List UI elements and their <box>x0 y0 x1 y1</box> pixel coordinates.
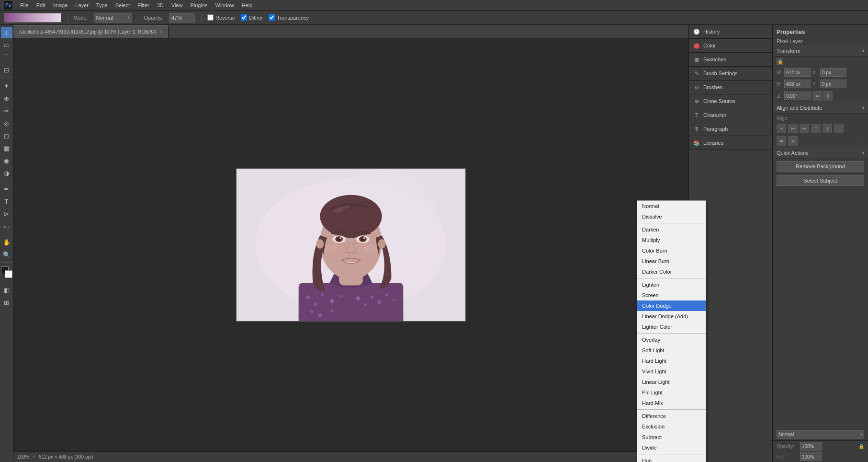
menu-layer[interactable]: Layer <box>75 2 89 8</box>
panel-swatches[interactable]: ▦ Swatches <box>689 53 772 67</box>
tool-pen[interactable]: ✒ <box>1 183 12 195</box>
blend-color-burn[interactable]: Color Burn <box>637 245 706 256</box>
x-input[interactable] <box>820 68 846 77</box>
flip-v-btn[interactable]: ⇕ <box>823 91 833 101</box>
align-center-h-btn[interactable]: ⊢ <box>788 124 798 133</box>
menu-plugins[interactable]: Plugins <box>190 2 207 8</box>
transform-header[interactable]: Transform ▾ <box>773 45 868 57</box>
flip-h-btn[interactable]: ⇔ <box>812 91 822 101</box>
blend-linear-dodge[interactable]: Linear Dodge (Add) <box>637 311 706 322</box>
menu-3d[interactable]: 3D <box>157 2 164 8</box>
opacity-input[interactable] <box>169 13 195 23</box>
canvas-wrapper[interactable] <box>13 38 688 451</box>
panel-history[interactable]: 🕐 History <box>689 25 772 39</box>
tool-eraser[interactable]: ◻ <box>1 130 12 141</box>
blend-subtract[interactable]: Subtract <box>637 432 706 442</box>
canvas-image[interactable] <box>236 168 466 322</box>
blend-mode-dropdown[interactable]: Normal Dissolve Darken Multiply Color Bu… <box>637 200 706 462</box>
tool-hand[interactable]: ✋ <box>1 236 12 248</box>
align-right-btn[interactable]: ⊢ <box>800 124 809 133</box>
tool-dodge[interactable]: ◑ <box>1 167 12 179</box>
panel-brushes[interactable]: ⊘ Brushes <box>689 81 772 94</box>
menu-help[interactable]: Help <box>242 2 253 8</box>
blend-screen[interactable]: Screen <box>637 290 706 300</box>
blend-linear-burn[interactable]: Linear Burn <box>637 256 706 266</box>
layer-opacity-input[interactable] <box>800 442 822 450</box>
blend-overlay[interactable]: Overlay <box>637 335 706 345</box>
tool-zoom[interactable]: 🔍 <box>1 249 12 260</box>
menu-file[interactable]: File <box>20 2 29 8</box>
menu-view[interactable]: View <box>171 2 183 8</box>
blend-pin-light[interactable]: Pin Light <box>637 387 706 398</box>
panel-clone-source[interactable]: ⊕ Clone Source <box>689 94 772 108</box>
transparency-checkbox[interactable] <box>269 14 275 21</box>
reverse-checkbox[interactable] <box>207 14 214 21</box>
tool-marquee[interactable]: ▭ <box>1 39 12 51</box>
blend-color-dodge[interactable]: Color Dodge <box>637 300 706 311</box>
panel-paragraph[interactable]: ¶ Paragraph <box>689 122 772 136</box>
tool-shape[interactable]: ▭ <box>1 220 12 232</box>
reverse-checkbox-container[interactable]: Reverse <box>207 14 235 21</box>
h-input[interactable] <box>784 80 811 88</box>
tool-brush[interactable]: ✏ <box>1 105 12 116</box>
menu-edit[interactable]: Edit <box>36 2 45 8</box>
align-top-btn[interactable]: ⊤ <box>811 124 821 133</box>
blend-dissolve[interactable]: Dissolve <box>637 211 706 222</box>
blend-exclusion[interactable]: Exclusion <box>637 421 706 432</box>
tool-quick-mask[interactable]: ◧ <box>1 284 12 296</box>
blend-vivid-light[interactable]: Vivid Light <box>637 366 706 377</box>
dist-v-btn[interactable]: ⇻ <box>788 136 798 146</box>
blend-darker-color[interactable]: Darker Color <box>637 266 706 277</box>
tab-close-btn[interactable]: × <box>159 29 162 35</box>
align-distribute-header[interactable]: Align and Distribute ▾ <box>773 102 868 114</box>
tool-eyedropper[interactable]: ✦ <box>1 80 12 92</box>
lock-icon[interactable]: 🔒 <box>777 58 783 65</box>
tool-move[interactable]: ⊹ <box>1 27 12 38</box>
blend-hard-mix[interactable]: Hard Mix <box>637 398 706 408</box>
menu-image[interactable]: Image <box>53 2 68 8</box>
menu-filter[interactable]: Filter <box>137 2 149 8</box>
y-input[interactable] <box>820 80 846 88</box>
tool-healing[interactable]: ⊕ <box>1 92 12 104</box>
tool-colors[interactable] <box>1 266 12 278</box>
blend-divide[interactable]: Divide <box>637 442 706 453</box>
background-color[interactable] <box>5 270 12 278</box>
dist-h-btn[interactable]: ⇼ <box>777 136 786 146</box>
tool-clone[interactable]: ⊘ <box>1 117 12 129</box>
panel-libraries[interactable]: 📚 Libraries <box>689 136 772 150</box>
quick-actions-header[interactable]: Quick Actions ▾ <box>773 147 868 159</box>
transparency-checkbox-container[interactable]: Transparency <box>269 14 309 21</box>
align-center-v-btn[interactable]: ⊥ <box>823 124 832 133</box>
tool-blur[interactable]: ◉ <box>1 155 12 166</box>
dither-checkbox[interactable] <box>241 14 247 21</box>
panel-character[interactable]: T Character <box>689 108 772 122</box>
remove-bg-btn[interactable]: Remove Background <box>777 161 864 172</box>
dither-checkbox-container[interactable]: Dither <box>241 14 263 21</box>
document-tab[interactable]: istockphoto-465479132-612x612.jpg @ 100%… <box>13 25 169 38</box>
blend-soft-light[interactable]: Soft Light <box>637 345 706 356</box>
blend-mode-select[interactable]: Normal ▾ <box>777 430 864 439</box>
gradient-preview[interactable] <box>4 13 61 23</box>
panel-color[interactable]: ⬤ Color <box>689 39 772 53</box>
menu-type[interactable]: Type <box>96 2 108 8</box>
tool-gradient[interactable]: ▦ <box>1 142 12 154</box>
blend-linear-light[interactable]: Linear Light <box>637 377 706 387</box>
align-left-btn[interactable]: ⊣ <box>777 124 786 133</box>
angle-input[interactable] <box>784 92 811 100</box>
menu-window[interactable]: Window <box>215 2 234 8</box>
w-input[interactable] <box>784 68 811 77</box>
menu-select[interactable]: Select <box>115 2 130 8</box>
tool-text[interactable]: T <box>1 196 12 207</box>
blend-hard-light[interactable]: Hard Light <box>637 356 706 366</box>
tool-screen-mode[interactable]: ⊞ <box>1 297 12 308</box>
tool-lasso[interactable]: ⌒ <box>1 52 12 63</box>
blend-difference[interactable]: Difference <box>637 411 706 421</box>
blend-multiply[interactable]: Multiply <box>637 235 706 245</box>
tool-crop[interactable]: ⊡ <box>1 64 12 76</box>
align-bottom-btn[interactable]: ⊥ <box>834 124 844 133</box>
blend-hue[interactable]: Hue <box>637 455 706 462</box>
blend-normal[interactable]: Normal <box>637 201 706 211</box>
panel-brush-settings[interactable]: ✎ Brush Settings <box>689 67 772 81</box>
blend-darken[interactable]: Darken <box>637 224 706 235</box>
mode-dropdown[interactable]: Normal ▾ <box>94 13 132 23</box>
